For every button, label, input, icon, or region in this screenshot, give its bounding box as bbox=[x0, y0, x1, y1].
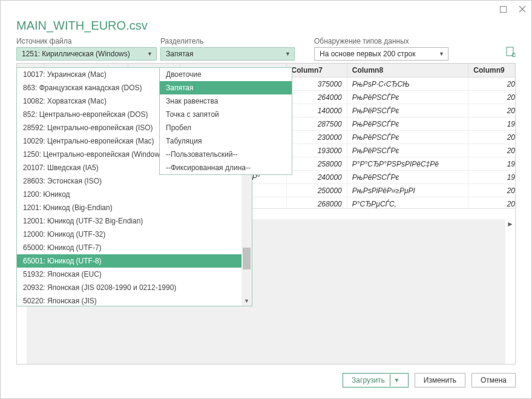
load-label: Загрузить bbox=[352, 376, 385, 384]
close-button[interactable] bbox=[518, 5, 527, 13]
delimiter-option[interactable]: Запятая bbox=[160, 81, 292, 94]
detection-value: На основе первых 200 строк bbox=[320, 50, 416, 58]
delimiter-option[interactable]: --Пользовательский-- bbox=[160, 148, 292, 161]
table-cell: РњРёРЅСЃРє bbox=[347, 91, 468, 104]
controls-row: Источник файла 1251: Кириллическая (Wind… bbox=[1, 36, 531, 61]
table-cell: 20 bbox=[468, 131, 515, 144]
source-option[interactable]: 20932: Японская (JIS 0208-1990 и 0212-19… bbox=[17, 281, 241, 294]
source-value: 1251: Кириллическая (Windows) bbox=[22, 50, 130, 58]
delimiter-option[interactable]: Точка с запятой bbox=[160, 108, 292, 121]
source-option[interactable]: 51932: Японская (EUC) bbox=[17, 268, 241, 281]
table-cell: 250000 bbox=[286, 184, 347, 197]
table-cell: РњРѕРіРёР»≥РμРІ bbox=[347, 184, 468, 197]
source-option[interactable]: 12001: Юникод (UTF-32 Big-Endian) bbox=[17, 214, 241, 228]
table-cell: 193000 bbox=[286, 144, 347, 157]
source-option[interactable]: 28603: Эстонская (ISO) bbox=[17, 174, 241, 188]
table-cell: 140000 bbox=[286, 104, 347, 117]
chevron-down-icon: ▼ bbox=[439, 51, 444, 57]
table-cell: 20 bbox=[468, 104, 515, 117]
table-cell: 20 bbox=[468, 144, 515, 157]
table-cell: 258000 bbox=[286, 157, 347, 171]
table-cell: 19 bbox=[468, 157, 515, 171]
titlebar bbox=[1, 1, 531, 18]
scroll-right-icon[interactable]: ► bbox=[505, 219, 515, 229]
table-cell: 268000 bbox=[286, 197, 347, 209]
table-cell: 19 bbox=[468, 117, 515, 131]
table-cell: 20 bbox=[468, 77, 515, 91]
table-cell: РњРёРЅСЃРє bbox=[347, 131, 468, 144]
source-option[interactable]: 50220: Японская (JIS) bbox=[17, 294, 241, 306]
svg-rect-0 bbox=[500, 6, 506, 12]
edit-button[interactable]: Изменить bbox=[415, 373, 465, 387]
header: MAIN_WITH_EURO.csv bbox=[1, 18, 531, 36]
delimiter-value: Запятая bbox=[166, 50, 193, 58]
cancel-button[interactable]: Отмена bbox=[471, 373, 516, 387]
table-cell: РњРёРЅСЃРє bbox=[347, 144, 468, 157]
delimiter-dropdown[interactable]: Запятая ▼ bbox=[160, 47, 295, 61]
column-header[interactable]: Column9 bbox=[468, 64, 515, 77]
table-cell: РњРѕР·С‹СЂСЊ bbox=[347, 77, 468, 91]
maximize-button[interactable] bbox=[499, 5, 507, 13]
column-header[interactable]: Column7 bbox=[286, 64, 347, 77]
source-option[interactable]: 65000: Юникод (UTF-7) bbox=[17, 241, 241, 254]
refresh-icon[interactable] bbox=[506, 47, 516, 61]
delimiter-dropdown-list[interactable]: ДвоеточиеЗапятаяЗнак равенстваТочка с за… bbox=[159, 67, 292, 175]
table-cell: 375000 bbox=[286, 77, 347, 91]
table-cell: 240000 bbox=[286, 171, 347, 184]
table-cell: 20 bbox=[468, 184, 515, 197]
delimiter-option[interactable]: --Фиксированная длина-- bbox=[160, 161, 292, 174]
chevron-down-icon: ▼ bbox=[285, 51, 291, 57]
table-cell: РњРёРЅСЃРє bbox=[347, 104, 468, 117]
load-button[interactable]: Загрузить ▼ bbox=[343, 373, 409, 387]
file-title: MAIN_WITH_EURO.csv bbox=[16, 19, 516, 33]
source-option[interactable]: 65001: Юникод (UTF-8) bbox=[17, 254, 241, 268]
scroll-down-icon[interactable]: ▼ bbox=[241, 295, 252, 306]
table-cell: 287500 bbox=[286, 117, 347, 131]
chevron-down-icon[interactable]: ▼ bbox=[394, 377, 399, 383]
source-option[interactable]: 12000: Юникод (UTF-32) bbox=[17, 228, 241, 241]
table-cell: Р°Р°СЂР°РЅРѕРІРёС‡Рё bbox=[347, 157, 468, 171]
source-option[interactable]: 1201: Юникод (Big-Endian) bbox=[17, 201, 241, 214]
delimiter-option[interactable]: Знак равенства bbox=[160, 94, 292, 108]
table-cell: 20 bbox=[468, 197, 515, 209]
source-dropdown[interactable]: 1251: Кириллическая (Windows) ▼ bbox=[16, 47, 157, 61]
delimiter-option[interactable]: Пробел bbox=[160, 121, 292, 134]
table-cell: РњРёРЅСЃРє bbox=[347, 117, 468, 131]
delimiter-label: Разделитель bbox=[160, 36, 295, 46]
table-cell: 264000 bbox=[286, 91, 347, 104]
table-cell: Р°СЂРμСЃС‚ bbox=[347, 197, 468, 209]
detection-dropdown[interactable]: На основе первых 200 строк ▼ bbox=[314, 47, 448, 61]
column-header[interactable]: Column8 bbox=[347, 64, 468, 77]
table-cell: 19 bbox=[468, 171, 515, 184]
dialog-buttons: Загрузить ▼ Изменить Отмена bbox=[1, 364, 531, 398]
table-cell: 20 bbox=[468, 91, 515, 104]
delimiter-option[interactable]: Двоеточие bbox=[160, 68, 292, 81]
cancel-label: Отмена bbox=[481, 376, 507, 384]
table-cell: РњРёРЅСЃРє bbox=[347, 171, 468, 184]
source-option[interactable]: 1200: Юникод bbox=[17, 188, 241, 201]
edit-label: Изменить bbox=[424, 376, 456, 384]
delimiter-option[interactable]: Табуляция bbox=[160, 134, 292, 148]
table-cell: 230000 bbox=[286, 131, 347, 144]
detection-label: Обнаружение типов данных bbox=[314, 36, 448, 46]
source-label: Источник файла bbox=[16, 36, 157, 46]
chevron-down-icon: ▼ bbox=[147, 51, 153, 57]
